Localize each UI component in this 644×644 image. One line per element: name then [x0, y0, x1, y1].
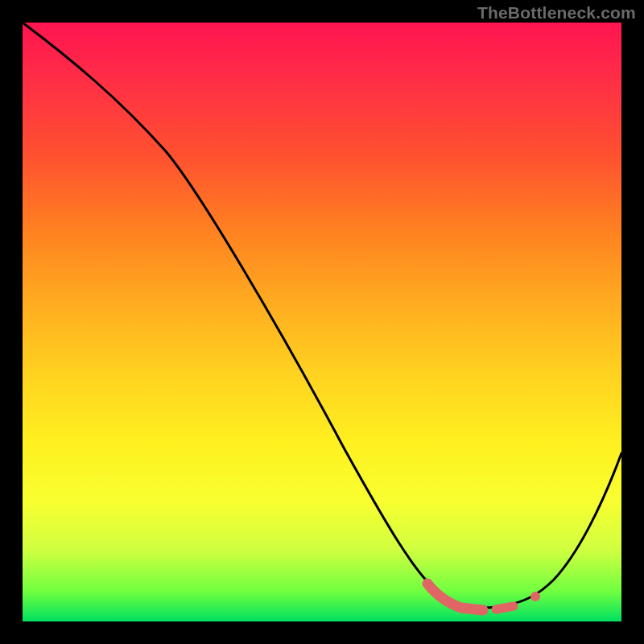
watermark-text: TheBottleneck.com [477, 3, 636, 23]
curve-path [23, 23, 621, 608]
highlight-segment-1 [427, 584, 483, 610]
highlight-dot [530, 592, 540, 601]
plot-area [23, 23, 621, 621]
chart-frame: TheBottleneck.com [0, 0, 644, 644]
highlight-segment-2 [496, 606, 514, 609]
bottleneck-curve [23, 23, 621, 621]
